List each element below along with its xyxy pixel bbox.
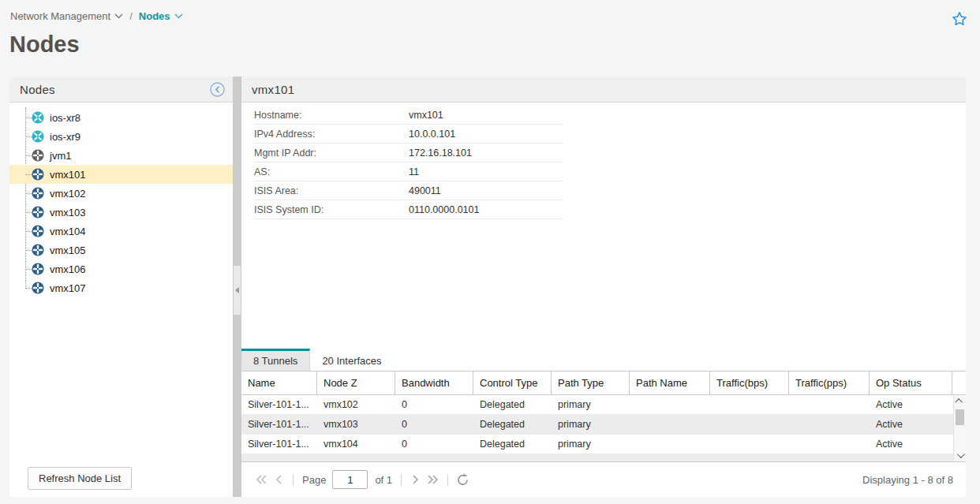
detail-row: Mgmt IP Addr: 172.16.18.101 — [254, 144, 563, 162]
splitter-arrow-icon — [235, 287, 239, 293]
detail-row: IPv4 Address: 10.0.0.101 — [254, 125, 563, 144]
node-type-icon — [32, 168, 44, 181]
node-detail-fields: Hostname: vmx101 IPv4 Address: 10.0.0.10… — [241, 103, 966, 219]
detail-label: Hostname: — [254, 110, 409, 121]
detail-value: 0110.0000.0101 — [409, 204, 479, 215]
detail-row: Hostname: vmx101 — [254, 106, 563, 125]
node-type-icon — [32, 187, 44, 200]
nodes-panel-title: Nodes — [20, 83, 55, 96]
table-scrollbar[interactable] — [953, 395, 966, 461]
tree-node-item[interactable]: vmx105 — [9, 241, 233, 259]
node-label: vmx105 — [50, 245, 86, 256]
pagination-divider — [293, 474, 294, 486]
detail-label: ISIS Area: — [254, 185, 409, 196]
node-label: vmx103 — [50, 207, 86, 218]
column-header-op-status[interactable]: Op Status — [870, 371, 952, 394]
splitter-collapse-handle[interactable] — [234, 266, 241, 315]
node-type-icon — [32, 111, 44, 124]
node-label: vmx102 — [50, 188, 86, 200]
nodes-panel-header: Nodes — [9, 77, 233, 103]
pagination-divider — [447, 474, 448, 486]
table-row[interactable]: Silver-101-1...vmx1020 Delegatedprimary … — [241, 395, 966, 415]
nodes-page: Network Management / Nodes Nodes Nodes i… — [0, 0, 980, 504]
breadcrumb-network-management[interactable]: Network Management — [10, 10, 123, 22]
column-header-name[interactable]: Name — [241, 371, 317, 394]
scrollbar-thumb[interactable] — [956, 409, 964, 425]
tree-node-item[interactable]: vmx106 — [9, 259, 233, 278]
detail-panel-header: vmx101 — [241, 77, 966, 103]
breadcrumb-separator: / — [129, 10, 133, 22]
nodes-list-panel: Nodes ios-xr8 ios-xr9 jvm1 vmx101 vmx102… — [9, 77, 233, 497]
column-header-traffic-pps[interactable]: Traffic(pps) — [789, 371, 870, 394]
node-type-icon — [32, 282, 44, 294]
pagination-bar: Page of 1 Displaying 1 - 8 of 8 — [241, 461, 966, 497]
node-detail-panel: vmx101 Hostname: vmx101 IPv4 Address: 10… — [241, 77, 966, 497]
tree-node-item[interactable]: vmx107 — [9, 278, 233, 297]
detail-label: ISIS System ID: — [254, 204, 409, 215]
detail-value: 11 — [409, 166, 419, 177]
tree-node-item[interactable]: vmx102 — [9, 184, 233, 203]
tree-node-item[interactable]: ios-xr9 — [9, 127, 233, 146]
last-page-icon[interactable] — [425, 471, 442, 488]
detail-label: IPv4 Address: — [254, 129, 409, 140]
column-header-node-z[interactable]: Node Z — [317, 371, 395, 394]
chevron-down-icon — [174, 13, 183, 19]
tree-node-item[interactable]: vmx103 — [9, 203, 233, 222]
detail-label: AS: — [254, 166, 409, 177]
node-type-icon — [32, 149, 44, 162]
node-label: vmx107 — [50, 282, 86, 294]
column-header-bandwidth[interactable]: Bandwidth — [395, 371, 473, 394]
breadcrumb-nodes[interactable]: Nodes — [139, 10, 183, 22]
tree-node-item[interactable]: ios-xr8 — [9, 108, 233, 127]
refresh-icon[interactable] — [454, 471, 471, 488]
panel-splitter[interactable] — [233, 77, 241, 497]
next-page-icon[interactable] — [407, 471, 425, 488]
page-number-input[interactable] — [332, 470, 368, 489]
breadcrumb: Network Management / Nodes — [10, 10, 183, 22]
prev-page-icon[interactable] — [270, 471, 287, 488]
page-label: Page — [302, 474, 326, 486]
scroll-down-icon[interactable] — [954, 450, 966, 461]
detail-value: 490011 — [409, 185, 441, 196]
tree-node-item[interactable]: vmx101 — [9, 165, 233, 184]
detail-tabs: 8 Tunnels 20 Interfaces — [241, 349, 966, 371]
table-row[interactable]: Silver-101-1...vmx1030 Delegatedprimary … — [241, 415, 966, 435]
tab-interfaces[interactable]: 20 Interfaces — [310, 349, 393, 371]
breadcrumb-label: Network Management — [10, 10, 110, 22]
node-label: jvm1 — [50, 150, 71, 162]
tree-node-item[interactable]: jvm1 — [9, 146, 233, 165]
tab-label: 20 Interfaces — [322, 355, 381, 367]
left-panel-footer: Refresh Node List — [9, 467, 233, 497]
first-page-icon[interactable] — [252, 471, 270, 488]
node-tree: ios-xr8 ios-xr9 jvm1 vmx101 vmx102 vmx10… — [9, 103, 233, 467]
tunnels-table-header: Name Node Z Bandwidth Control Type Path … — [241, 371, 966, 395]
tree-node-item[interactable]: vmx104 — [9, 222, 233, 241]
node-label: ios-xr9 — [50, 131, 80, 143]
partial-next-row — [241, 454, 966, 461]
detail-panel-spacer — [241, 219, 966, 349]
detail-value: vmx101 — [409, 110, 443, 121]
refresh-node-list-button[interactable]: Refresh Node List — [28, 467, 132, 490]
scroll-up-icon[interactable] — [954, 395, 966, 407]
tab-tunnels[interactable]: 8 Tunnels — [241, 349, 310, 371]
column-header-traffic-bps[interactable]: Traffic(bps) — [710, 371, 789, 394]
detail-row: ISIS System ID: 0110.0000.0101 — [254, 200, 563, 219]
detail-row: ISIS Area: 490011 — [254, 181, 563, 200]
node-type-icon — [32, 263, 44, 275]
node-type-icon — [32, 244, 44, 256]
node-label: vmx101 — [50, 169, 86, 181]
column-header-control-type[interactable]: Control Type — [473, 371, 552, 394]
favorite-star-icon[interactable] — [951, 10, 968, 28]
node-type-icon — [32, 225, 44, 237]
chevron-down-icon — [114, 13, 123, 19]
detail-panel-title: vmx101 — [252, 83, 294, 96]
collapse-panel-icon[interactable] — [210, 82, 225, 97]
column-header-path-type[interactable]: Path Type — [552, 371, 630, 394]
page-title: Nodes — [9, 32, 80, 58]
detail-value: 172.16.18.101 — [409, 147, 472, 159]
detail-label: Mgmt IP Addr: — [254, 147, 409, 159]
node-label: vmx106 — [50, 263, 86, 275]
detail-value: 10.0.0.101 — [409, 129, 455, 140]
table-row[interactable]: Silver-101-1...vmx1040 Delegatedprimary … — [241, 435, 966, 454]
column-header-path-name[interactable]: Path Name — [630, 371, 710, 394]
